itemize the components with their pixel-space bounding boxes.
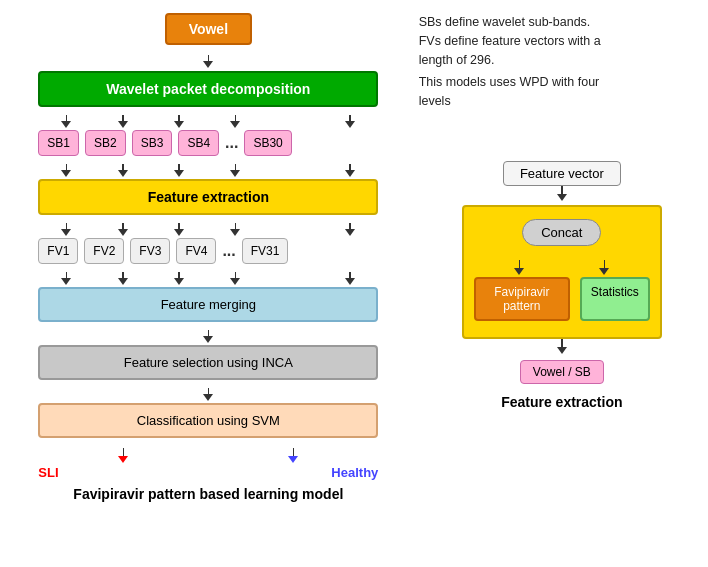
arrow-svm-sli	[118, 448, 128, 463]
inner-boxes-row: Favipiravir pattern Statistics	[474, 277, 650, 321]
classification-box: Classification using SVM	[38, 403, 378, 438]
arrow-inca-svm	[203, 388, 213, 401]
arrow-fv-concat	[557, 186, 567, 201]
vowel-sb-box: Vowel / SB	[520, 360, 604, 384]
vowel-box: Vowel	[165, 13, 252, 45]
arrow-wpd-sb1	[61, 115, 71, 128]
sb4-box: SB4	[178, 130, 219, 156]
arrow-sb1-fe	[61, 164, 71, 177]
right-yellow-box: Concat Favipiravir pattern Statistics	[462, 205, 662, 339]
arrow-wpd-sb4	[230, 115, 240, 128]
arrow-fv2-fm	[118, 272, 128, 285]
arrow-fe-fv4	[230, 223, 240, 236]
arrow-yellow-vowelsb	[557, 339, 567, 354]
arrow-fe-fv1	[61, 223, 71, 236]
feature-merging-box: Feature merging	[38, 287, 378, 322]
arrow-wpd-sb3	[174, 115, 184, 128]
statistics-box: Statistics	[580, 277, 650, 321]
sb2-box: SB2	[85, 130, 126, 156]
fv4-box: FV4	[176, 238, 216, 264]
right-diagram-title: Feature extraction	[462, 394, 662, 410]
arrow-fe-fv3	[174, 223, 184, 236]
healthy-label: Healthy	[331, 465, 378, 480]
sli-label: SLI	[38, 465, 58, 480]
sb3-box: SB3	[132, 130, 173, 156]
arrow-fe-fv2	[118, 223, 128, 236]
arrow-fe-fv31	[345, 223, 355, 236]
annotation-text: SBs define wavelet sub-bands. FVs define…	[414, 8, 609, 111]
left-panel: Vowel Wavelet packet decomposition SB1 S…	[8, 8, 409, 559]
arrow-fv1-fm	[61, 272, 71, 285]
arrow-vowel-wpd	[203, 55, 213, 68]
wpd-box: Wavelet packet decomposition	[38, 71, 378, 107]
concat-box: Concat	[522, 219, 601, 246]
sb-row: SB1 SB2 SB3 SB4 ... SB30	[38, 130, 378, 156]
sb1-box: SB1	[38, 130, 79, 156]
arrow-fv4-fm	[230, 272, 240, 285]
fv2-box: FV2	[84, 238, 124, 264]
fv-row: FV1 FV2 FV3 FV4 ... FV31	[38, 238, 378, 264]
arrow-concat-stats	[599, 260, 609, 275]
fv3-box: FV3	[130, 238, 170, 264]
arrow-svm-healthy	[288, 448, 298, 463]
arrow-fm-inca	[203, 330, 213, 343]
sb-dots: ...	[225, 134, 238, 152]
arrow-sb30-fe	[345, 164, 355, 177]
annotation-line3: This models uses WPD with four levels	[419, 73, 609, 111]
fv-dots: ...	[222, 242, 235, 260]
arrow-sb2-fe	[118, 164, 128, 177]
feature-extraction-box: Feature extraction	[38, 179, 378, 215]
right-diagram: Feature vector Concat Favipiravir patter…	[424, 161, 700, 410]
right-panel: SBs define wavelet sub-bands. FVs define…	[409, 8, 700, 559]
left-diagram-title: Favipiravir pattern based learning model	[38, 486, 378, 502]
favipir-pattern-box: Favipiravir pattern	[474, 277, 570, 321]
arrow-fv31-fm	[345, 272, 355, 285]
arrow-concat-favipir	[514, 260, 524, 275]
arrow-sb3-fe	[174, 164, 184, 177]
arrow-wpd-sb30	[345, 115, 355, 128]
arrow-sb4-fe	[230, 164, 240, 177]
output-row: SLI Healthy	[38, 465, 378, 480]
sb30-box: SB30	[244, 130, 291, 156]
arrow-fv3-fm	[174, 272, 184, 285]
arrow-wpd-sb2	[118, 115, 128, 128]
feature-vector-box: Feature vector	[503, 161, 621, 186]
feature-inca-box: Feature selection using INCA	[38, 345, 378, 380]
annotation-line2: FVs define feature vectors with a length…	[419, 32, 609, 70]
main-container: Vowel Wavelet packet decomposition SB1 S…	[0, 0, 708, 567]
annotation-line1: SBs define wavelet sub-bands.	[419, 13, 609, 32]
fv31-box: FV31	[242, 238, 289, 264]
fv1-box: FV1	[38, 238, 78, 264]
